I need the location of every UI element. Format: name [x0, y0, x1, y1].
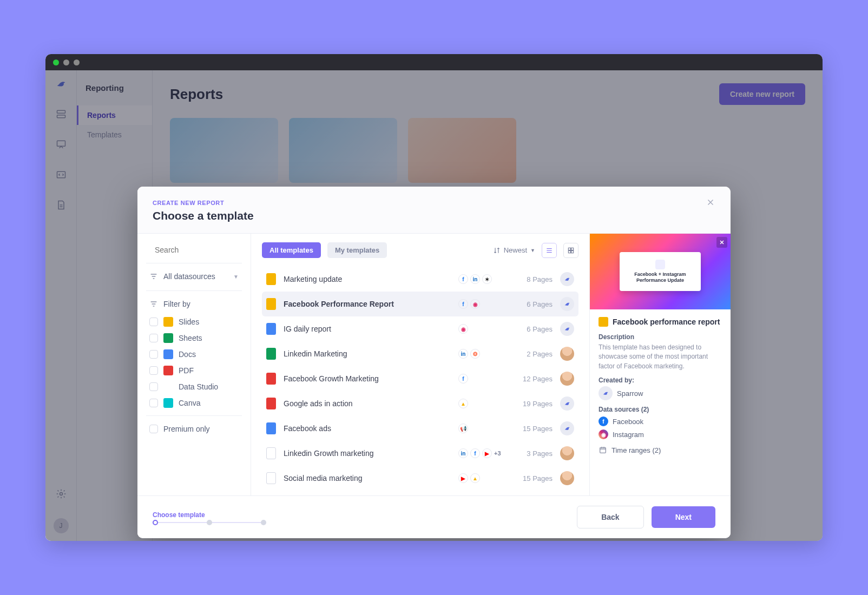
fb-source-icon: f	[458, 374, 468, 384]
filter-option-label: PDF	[179, 366, 194, 375]
filter-option-slides[interactable]: Slides	[146, 314, 242, 330]
next-button[interactable]: Next	[652, 506, 715, 528]
sort-dropdown[interactable]: Newest ▼	[493, 246, 535, 254]
source-icons: fin✶	[458, 274, 507, 284]
page-count: 3 Pages	[515, 449, 553, 458]
template-row[interactable]: Marketing update fin✶ 8 Pages	[262, 267, 578, 292]
view-grid-button[interactable]	[563, 243, 578, 258]
filter-option-sheets[interactable]: Sheets	[146, 330, 242, 346]
step-dot-1	[153, 520, 158, 525]
page-count: 2 Pages	[515, 350, 553, 358]
template-row[interactable]: Facebook Performance Report f◉ 6 Pages	[262, 292, 578, 316]
template-row[interactable]: Linkedin Growth marketing inf▶+3 3 Pages	[262, 441, 578, 466]
fb-source-icon: f	[458, 274, 468, 284]
filter-option-label: Docs	[179, 350, 196, 359]
window-max-dot[interactable]	[74, 60, 80, 65]
checkbox[interactable]	[149, 318, 158, 326]
template-name: Facebook Performance Report	[284, 300, 451, 308]
source-icons: inf▶+3	[458, 448, 507, 458]
source-icons: ▶▲	[458, 473, 507, 483]
tab-my-templates[interactable]: My templates	[327, 242, 387, 258]
owner-avatar	[560, 396, 574, 411]
template-name: IG daily report	[284, 325, 451, 333]
premium-checkbox[interactable]	[149, 425, 158, 433]
filter-option-label: Data Studio	[179, 382, 218, 391]
desc-text: This template has been designed to showc…	[599, 343, 722, 371]
checkbox[interactable]	[149, 334, 158, 342]
datasource-label: All datasources	[163, 272, 215, 281]
extra-sources-count: +3	[494, 450, 501, 457]
template-row[interactable]: Facebook ads 📢 15 Pages	[262, 416, 578, 441]
close-icon[interactable]	[706, 197, 718, 209]
filter-option-docs[interactable]: Docs	[146, 346, 242, 362]
creator-avatar	[599, 386, 613, 400]
svg-rect-6	[568, 248, 570, 250]
checkbox[interactable]	[149, 399, 158, 407]
view-list-button[interactable]	[542, 243, 557, 258]
ga-source-icon: ▲	[458, 399, 468, 408]
checkbox[interactable]	[149, 350, 158, 359]
template-row[interactable]: IG daily report ◉ 6 Pages	[262, 316, 578, 341]
owner-avatar	[560, 446, 574, 460]
owner-avatar	[560, 471, 574, 485]
sheets-icon	[163, 333, 173, 343]
source-icons: in❂	[458, 349, 507, 359]
ds-doc-icon	[266, 472, 276, 484]
slides-doc-icon	[266, 273, 276, 285]
canva-icon	[163, 398, 173, 408]
template-row[interactable]: Facebook Growth Marketing f 12 Pages	[262, 366, 578, 391]
step-label: Choose template	[153, 511, 577, 519]
slides-doc-icon	[266, 298, 276, 310]
template-name: Facebook Growth Marketing	[284, 374, 451, 383]
template-row[interactable]: Google ads in action ▲ 19 Pages	[262, 391, 578, 416]
modal-header: CREATE NEW REPORT Choose a template	[137, 187, 731, 234]
back-button[interactable]: Back	[577, 506, 643, 528]
preview-title: Facebook performance report	[613, 318, 720, 326]
page-count: 19 Pages	[515, 400, 553, 408]
window-min-dot[interactable]	[63, 60, 69, 65]
filter-option-ds[interactable]: Data Studio	[146, 379, 242, 395]
filter-option-label: Canva	[179, 399, 200, 407]
svg-rect-10	[600, 448, 606, 453]
tab-all-templates[interactable]: All templates	[262, 242, 321, 258]
template-row[interactable]: Linkedin Marketing in❂ 2 Pages	[262, 341, 578, 366]
pdf-doc-icon	[266, 398, 276, 409]
page-count: 15 Pages	[515, 425, 553, 433]
search-input[interactable]	[155, 246, 249, 254]
preview-hero: Facebook + Instagram Performance Update	[590, 234, 731, 309]
checkbox[interactable]	[149, 382, 158, 391]
filter-option-canva[interactable]: Canva	[146, 395, 242, 411]
yt-source-icon: ▶	[482, 448, 492, 458]
pdf-icon	[163, 366, 173, 375]
time-ranges-label: Time ranges (2)	[611, 446, 661, 454]
preview-datasource: fFacebook	[599, 416, 722, 426]
owner-avatar	[560, 372, 574, 386]
preview-hero-card: Facebook + Instagram Performance Update	[620, 252, 701, 291]
template-list-panel: All templates My templates Newest ▼	[251, 234, 590, 495]
filter-option-label: Sheets	[179, 334, 202, 342]
source-icons: f◉	[458, 299, 507, 309]
preview-close-icon[interactable]	[716, 237, 727, 248]
modal-kicker: CREATE NEW REPORT	[153, 200, 715, 206]
fb-source-icon: f	[470, 448, 480, 458]
fb-icon: f	[599, 416, 608, 426]
datasource-name: Facebook	[613, 418, 643, 426]
filter-option-pdf[interactable]: PDF	[146, 362, 242, 379]
yt-source-icon: ▶	[458, 473, 468, 483]
filter-by-header: Filter by	[146, 290, 242, 314]
svg-rect-7	[571, 248, 574, 250]
template-row[interactable]: Social media marketing ▶▲ 15 Pages	[262, 466, 578, 491]
page-count: 6 Pages	[515, 325, 553, 333]
datasource-dropdown[interactable]: All datasources ▼	[146, 263, 242, 286]
preview-datasource: ◉Instagram	[599, 429, 722, 439]
source-icons: f	[458, 374, 507, 384]
step-dot-2	[207, 520, 212, 525]
in-source-icon: in	[458, 448, 468, 458]
docs-icon	[163, 349, 173, 359]
filter-icon	[149, 272, 158, 281]
window-close-dot[interactable]	[53, 60, 59, 65]
filter-icon	[149, 300, 158, 308]
chevron-down-icon: ▼	[233, 274, 239, 280]
checkbox[interactable]	[149, 366, 158, 375]
owner-avatar	[560, 272, 574, 286]
